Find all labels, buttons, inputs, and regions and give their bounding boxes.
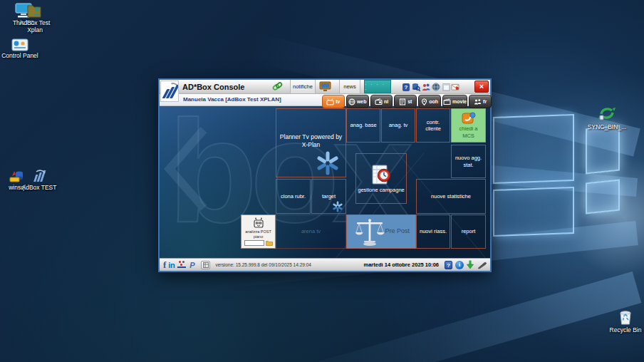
tile-target[interactable]: target <box>311 179 346 214</box>
tile-arena-tv[interactable]: arena tv <box>276 214 346 249</box>
tile-nuove-statistiche[interactable]: nuove statistiche <box>416 179 486 214</box>
logged-in-user: Manuela Vacca [AdBox Test XPLAN] <box>183 96 281 103</box>
linkedin-icon[interactable]: in <box>168 261 175 269</box>
link-icon[interactable] <box>272 81 283 95</box>
news-button[interactable]: news <box>339 80 360 93</box>
watermark-chevron <box>161 126 211 212</box>
pen-icon[interactable] <box>477 261 487 269</box>
media-tab-tv[interactable]: tv <box>322 95 345 108</box>
movie-icon <box>443 98 451 105</box>
desktop-icon-label: AdBox Test Xplan <box>20 19 51 33</box>
p-logo[interactable]: P <box>189 261 194 269</box>
campaign-calendar-icon <box>370 164 392 185</box>
tile-analizza-post-piano[interactable]: analizza POST piano <box>241 214 276 249</box>
close-icon: × <box>479 82 484 90</box>
desktop-icon-label: SYNC_BIN_... <box>588 123 626 130</box>
sync-icon <box>596 104 618 123</box>
tile-report[interactable]: report <box>451 214 486 249</box>
console-main-area: box Planner Tv powered by X-Plan <box>160 106 490 258</box>
tile-clona-rubr[interactable]: clona rubr. <box>276 179 311 214</box>
help-icon[interactable]: ? <box>402 83 410 91</box>
tile-gestione-campagne[interactable]: gestione campagne <box>355 153 407 204</box>
desktop-icon-adbox-test[interactable]: AdBox TEST <box>20 169 58 192</box>
tile-chiedi-a-mcs[interactable]: chiedi a MCS <box>451 108 486 143</box>
info-icon[interactable]: i <box>455 261 464 269</box>
notifiche-button[interactable]: notifiche <box>290 80 316 93</box>
desktop-icon-recycle-bin[interactable]: Recycle Bin <box>607 309 644 334</box>
tile-anag-tv[interactable]: anag. tv <box>381 108 415 143</box>
facebook-icon[interactable]: f <box>163 259 166 271</box>
more-dots-button[interactable]: · · · · · <box>364 80 391 93</box>
folder-icon[interactable] <box>266 240 273 246</box>
light-beam <box>276 272 642 362</box>
adbox-console-window: AD*Box Console notifiche news · · <box>158 78 492 272</box>
control-panel-icon <box>11 38 28 51</box>
desktop-icon-adbox-test-xplan[interactable]: AdBox Test Xplan <box>19 3 51 34</box>
desktop-icon-label: Recycle Bin <box>610 326 642 333</box>
window-title: AD*Box Console <box>182 83 244 91</box>
media-tab-nl[interactable]: nl <box>370 95 393 108</box>
tool-button[interactable] <box>201 261 210 269</box>
statusbar: f in P versione: 15.25.999.8 del 09/10/2… <box>160 258 490 271</box>
tool-icon <box>203 262 209 268</box>
recycle-bin-icon <box>618 309 633 326</box>
globe-icon[interactable] <box>432 83 440 91</box>
media-tabs: tv web nl st ooh movie <box>322 95 492 108</box>
web-icon <box>348 98 355 105</box>
media-tab-web[interactable]: web <box>346 95 369 108</box>
scales-icon <box>354 218 385 247</box>
calendar-icon[interactable] <box>442 83 450 91</box>
wallpaper-window-pane <box>586 179 620 214</box>
wallpaper-window-pane <box>493 187 574 237</box>
xplan-asterisk-small-icon <box>332 201 343 212</box>
mcs-icon <box>462 112 476 125</box>
wallpaper-window-pane <box>586 125 620 174</box>
tile-nuovo-agg-stat[interactable]: nuovo agg. stat. <box>451 145 486 178</box>
press-icon <box>399 98 406 105</box>
adbox-logo-icon <box>32 169 46 183</box>
pin-icon <box>421 98 427 105</box>
tile-nuovi-riass[interactable]: nuovi riass. <box>416 214 450 249</box>
download-icon[interactable] <box>467 260 474 269</box>
version-text: versione: 15.25.999.8 del 09/10/2025 14:… <box>215 262 311 267</box>
tile-pre-post[interactable]: Pre Post <box>346 214 416 249</box>
mail-icon[interactable] <box>451 83 459 91</box>
mediaconsultants-logo[interactable] <box>177 261 187 269</box>
tile-anag-base[interactable]: anag. base <box>346 108 380 143</box>
xplan-asterisk-icon <box>315 150 341 176</box>
wallpaper-window-pane <box>493 114 574 184</box>
desktop-icon-control-panel[interactable]: Control Panel <box>0 38 40 60</box>
media-tab-movie[interactable]: movie <box>442 95 467 108</box>
database-search-icon[interactable] <box>412 83 420 91</box>
robot-icon <box>252 217 265 229</box>
media-tab-fr[interactable]: fr <box>469 95 492 108</box>
media-tab-ooh[interactable]: ooh <box>418 95 441 108</box>
titlebar[interactable]: AD*Box Console notifiche news · · <box>160 80 490 94</box>
folder-user-icon <box>26 3 43 19</box>
tv-icon <box>326 98 334 105</box>
monitor-icon[interactable] <box>319 81 331 95</box>
media-tab-st[interactable]: st <box>394 95 417 108</box>
analizza-file-input[interactable] <box>244 240 264 246</box>
radio-icon <box>375 98 383 105</box>
desktop-icon-sync-bin[interactable]: SYNC_BIN_... <box>581 104 633 131</box>
desktop-icon-label: Control Panel <box>1 52 38 59</box>
close-button[interactable]: × <box>474 81 489 93</box>
desktop-icon-label: AdBox TEST <box>22 184 57 191</box>
tile-contr-cliente[interactable]: contr. cliente <box>416 108 450 143</box>
tile-planner-xplan[interactable]: Planner Tv powered by X-Plan <box>276 108 346 177</box>
desktop: This PC AdBox Test Xplan Control Panel w… <box>0 0 644 362</box>
people-icon <box>474 98 482 105</box>
datetime-text: martedì 14 ottobre 2025 10:06 <box>364 262 439 268</box>
help-book-icon[interactable]: ? <box>445 261 452 269</box>
adbox-app-logo <box>160 81 179 102</box>
users-icon[interactable] <box>422 83 430 91</box>
